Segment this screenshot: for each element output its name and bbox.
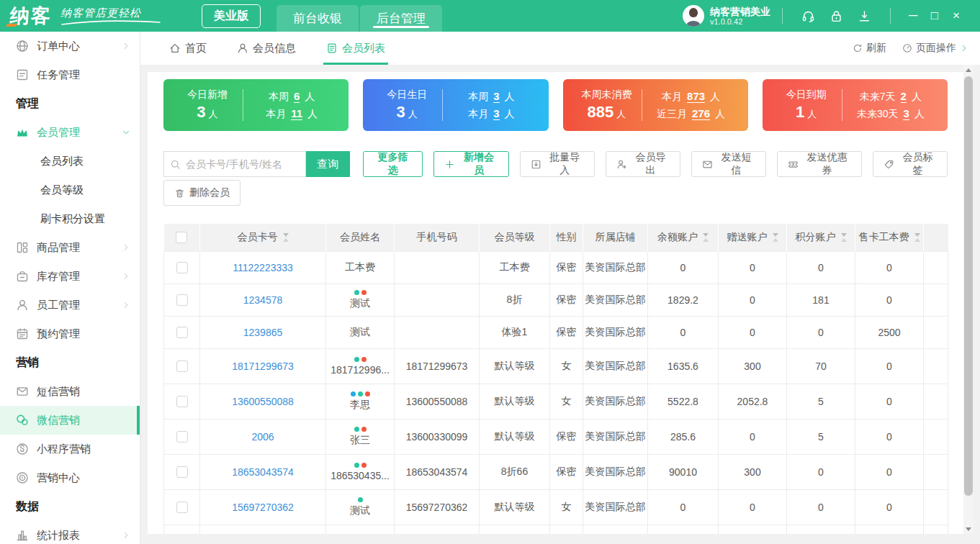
member-tag-dots [326,357,394,362]
scroll-down-arrow[interactable] [963,524,974,534]
tag-dot-red [361,290,367,295]
stat-detail-value[interactable]: 11 [291,107,302,120]
content-panel: 今日新增3人本周6人本月11人今日生日3人本周3人本月3人本周未消费885人本月… [148,72,963,534]
stat-detail-value[interactable]: 3 [493,90,499,103]
balance-cell: 90010 [648,454,719,489]
member-card-link[interactable]: 1239865 [243,327,283,338]
row-checkbox[interactable] [176,502,188,513]
member-card-link[interactable]: 2006 [251,431,274,443]
stat-card-value: 3人 [397,103,418,122]
sort-arrows-icon[interactable] [283,233,289,242]
edition-badge[interactable]: 美业版 [202,4,261,28]
maximize-button[interactable]: □ [924,0,945,32]
row-checkbox[interactable] [176,327,188,338]
titlebar-nav-tab[interactable]: 后台管理 [360,5,442,32]
sidebar-item-label: 任务管理 [37,68,80,82]
sidebar-item[interactable]: 预约管理 [0,319,140,348]
chevron-right-icon [960,44,968,53]
member-name: 测试 [326,504,394,517]
sort-arrows-icon[interactable] [773,233,778,242]
row-checkbox[interactable] [176,396,188,407]
delete-members-button[interactable]: 删除会员 [163,180,240,206]
filler-cell [924,384,948,419]
member-card-link[interactable]: 13600550088 [232,396,294,407]
sort-arrows-icon[interactable] [703,233,709,242]
add-member-button[interactable]: 新增会员 [433,151,508,177]
chevron-right-icon [122,531,130,540]
member-card-link[interactable]: 18653043574 [232,466,294,478]
page-ops-button[interactable]: 页面操作 [902,42,968,55]
more-filters-button[interactable]: 更多筛选 [363,151,423,177]
table-row: 11122223333工本费工本费保密美资国际总部0000 [164,251,948,284]
member-icon [237,42,248,54]
add-member-button-label: 新增会员 [459,151,498,177]
stat-card-value: 1人 [796,103,817,122]
sidebar-item[interactable]: 会员管理 [0,118,140,147]
row-checkbox[interactable] [176,466,188,478]
stat-detail-value[interactable]: 2 [901,90,907,103]
sidebar-section-heading: 数据 [0,492,140,521]
row-checkbox[interactable] [176,262,188,273]
tag-dot-red [361,463,367,468]
row-checkbox[interactable] [176,294,188,306]
tab-item[interactable]: 首页 [166,32,210,65]
sort-arrows-icon[interactable] [841,233,847,242]
search-button[interactable]: 查询 [306,151,350,177]
sidebar-item[interactable]: 微信营销 [0,406,140,435]
member-tags-button[interactable]: 会员标签 [873,151,948,177]
sidebar-subitem[interactable]: 刷卡积分设置 [0,204,140,233]
sidebar-item[interactable]: 任务管理 [0,60,140,89]
scrollbar-thumb[interactable] [964,76,973,496]
support-headset-icon[interactable] [801,9,815,23]
member-card-link[interactable]: 18171299673 [232,361,294,372]
scroll-up-arrow[interactable] [963,65,974,75]
send-coupon-button[interactable]: 发送优惠券 [777,151,862,177]
filler-cell [924,454,948,489]
member-card-link[interactable]: 15697270362 [232,502,294,513]
sidebar-item[interactable]: 短信营销 [0,377,140,406]
stat-detail-value[interactable]: 6 [294,90,300,103]
member-card-link[interactable]: 11122223333 [233,262,293,273]
stat-detail-value[interactable]: 3 [903,107,909,120]
phone-cell: 13600330099 [395,419,480,454]
empty-cell [648,525,719,534]
sidebar-item[interactable]: 库存管理 [0,262,140,291]
sidebar-item[interactable]: 商品管理 [0,233,140,262]
sidebar-item[interactable]: 统计报表 [0,521,140,544]
divider [890,8,891,24]
avatar[interactable] [683,5,704,27]
divider [782,8,783,24]
card-no-cell: 1234578 [200,284,326,316]
sidebar-item[interactable]: 营销中心 [0,463,140,492]
lock-icon[interactable] [830,9,843,23]
titlebar-nav-tab[interactable]: 前台收银 [277,5,359,32]
sidebar-subitem[interactable]: 会员等级 [0,176,140,204]
member-card-link[interactable]: 1234578 [243,294,283,306]
refresh-button[interactable]: 刷新 [853,42,886,55]
tab-active[interactable]: 会员列表 [323,32,388,65]
stat-detail-value[interactable]: 873 [687,90,705,103]
stat-detail-value[interactable]: 3 [493,107,499,120]
batch-import-button[interactable]: 批量导入 [520,151,595,177]
row-checkbox[interactable] [176,361,188,372]
send-sms-button[interactable]: 发送短信 [691,151,766,177]
select-all-checkbox[interactable] [176,232,187,243]
stat-detail-value[interactable]: 276 [692,107,710,120]
sort-asc-arrow [841,238,847,242]
search-input[interactable] [186,158,300,170]
sidebar-subitem[interactable]: 会员列表 [0,147,140,176]
minimize-button[interactable]: ─ [902,0,924,32]
titlebar-nav-tab-label: 后台管理 [377,10,426,27]
download-icon[interactable] [858,9,871,23]
sidebar-item[interactable]: 员工管理 [0,291,140,319]
export-members-button[interactable]: 会员导出 [606,151,680,177]
sidebar-item[interactable]: 小程序营销 [0,435,140,463]
row-checkbox[interactable] [176,431,188,443]
tab-item[interactable]: 会员信息 [234,32,299,65]
close-button[interactable]: × [945,0,967,32]
empty-cell [164,525,200,534]
store-cell: 美资国际总部 [583,489,648,525]
sidebar-item[interactable]: 订单中心 [0,32,140,60]
task-icon [16,68,29,81]
sort-arrows-icon[interactable] [914,233,920,242]
